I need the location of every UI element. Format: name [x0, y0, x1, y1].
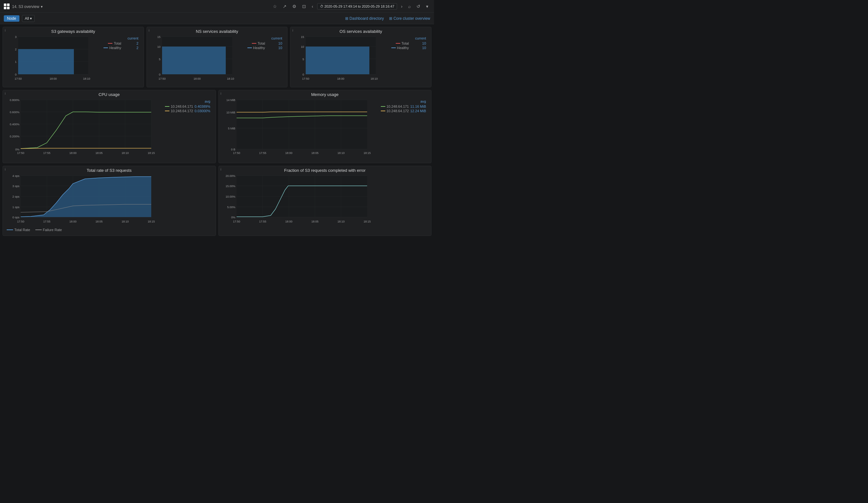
search-button[interactable]: ⌕ [406, 2, 413, 10]
panel-os-services: i OS services availability current Total… [290, 27, 432, 87]
svg-text:18:00: 18:00 [337, 77, 344, 80]
panel-memory-usage: i Memory usage avg 10.248.64.171 11.16 M… [218, 90, 432, 163]
share-button[interactable]: ↗ [281, 2, 289, 10]
healthy-line-icon [247, 48, 252, 48]
monitor-button[interactable]: ⊡ [300, 2, 308, 10]
svg-text:17:50: 17:50 [233, 151, 240, 154]
svg-text:5: 5 [302, 58, 304, 61]
s3-requests-title: Total rate of S3 requests [6, 168, 213, 173]
svg-text:1: 1 [15, 60, 17, 63]
svg-text:17:55: 17:55 [259, 151, 266, 154]
panel-info-icon: i [5, 167, 6, 171]
s3-gateways-legend: current Total 2 Healthy 2 [103, 36, 138, 50]
header-icons: ☆ ↗ ⚙ ⊡ ‹ ⏱ 2020-05-29 17:49:14 to 2020-… [271, 2, 430, 10]
panel-info-icon: i [5, 91, 6, 95]
svg-rect-31 [306, 47, 369, 74]
svg-text:17:50: 17:50 [17, 151, 24, 154]
svg-text:18:05: 18:05 [95, 220, 103, 223]
svg-text:17:50: 17:50 [233, 220, 240, 223]
row-availability: i S3 gateways availability current Total… [2, 27, 432, 87]
core-cluster-link[interactable]: ⊞ Core cluster overview [389, 16, 430, 21]
prev-button[interactable]: ‹ [310, 2, 315, 10]
ip1-line-icon [381, 106, 385, 107]
svg-text:18:15: 18:15 [363, 220, 371, 223]
s3-requests-chart: 4 ops 3 ops 2 ops 1 ops 0 ops 17:50 17:5… [6, 174, 162, 227]
svg-text:0: 0 [302, 73, 304, 76]
panel-ns-services: i NS services availability current Total… [146, 27, 288, 87]
total-line-icon [252, 43, 256, 44]
more-button[interactable]: ▾ [424, 2, 430, 10]
panel-s3-gateways: i S3 gateways availability current Total… [2, 27, 144, 87]
memory-usage-title: Memory usage [221, 92, 429, 97]
panel-info-icon: i [149, 28, 149, 32]
page-title: 14. S3 overview ▾ [12, 3, 43, 9]
svg-text:17:55: 17:55 [259, 220, 266, 223]
header: 14. S3 overview ▾ ☆ ↗ ⚙ ⊡ ‹ ⏱ 2020-05-29… [0, 0, 434, 13]
svg-text:18:00: 18:00 [285, 151, 292, 154]
svg-text:0.400%: 0.400% [10, 123, 19, 126]
title-dropdown[interactable]: ▾ [41, 4, 43, 9]
dashboard: i S3 gateways availability current Total… [0, 24, 434, 239]
svg-text:2: 2 [15, 48, 17, 51]
legend-total: Total 2 [103, 41, 138, 45]
svg-text:18:05: 18:05 [95, 151, 103, 154]
refresh-button[interactable]: ↺ [415, 2, 422, 10]
svg-text:18:15: 18:15 [363, 151, 371, 154]
svg-text:18:00: 18:00 [193, 77, 200, 80]
svg-text:3 ops: 3 ops [12, 184, 20, 188]
svg-text:18:00: 18:00 [70, 220, 77, 223]
legend-ip1: 10.248.64.171 11.16 MiB [381, 104, 426, 108]
svg-text:17:50: 17:50 [15, 77, 22, 80]
svg-text:18:00: 18:00 [50, 77, 57, 80]
s3-gateways-chart: 3 2 1 0 17:50 18:00 18:10 [6, 35, 98, 83]
svg-text:18:05: 18:05 [311, 220, 318, 223]
healthy-line-icon [391, 48, 396, 48]
failure-rate-legend: Failure Rate [35, 228, 62, 232]
svg-text:0 B: 0 B [231, 148, 235, 151]
ns-services-legend: current Total 10 Healthy 10 [247, 36, 282, 50]
svg-text:5: 5 [159, 58, 161, 61]
svg-text:15: 15 [301, 36, 304, 39]
panel-info-icon: i [221, 91, 221, 95]
settings-button[interactable]: ⚙ [290, 2, 298, 10]
svg-text:4 ops: 4 ops [12, 174, 20, 178]
row-s3: i Total rate of S3 requests [2, 166, 432, 236]
cpu-legend: avg 10.248.64.171 0.40389% 10.248.64.172… [165, 99, 210, 113]
svg-text:0%: 0% [231, 216, 235, 219]
svg-text:17:50: 17:50 [158, 77, 166, 80]
svg-text:17:55: 17:55 [43, 220, 51, 223]
s3-requests-legend-bottom: Total Rate Failure Rate [6, 227, 213, 232]
panel-s3-requests: i Total rate of S3 requests [2, 166, 216, 236]
cpu-usage-title: CPU usage [6, 92, 213, 97]
svg-text:0: 0 [159, 73, 161, 76]
panel-info-icon: i [5, 28, 6, 32]
svg-text:3: 3 [15, 36, 17, 39]
time-range-picker[interactable]: ⏱ 2020-05-29 17:49:14 to 2020-05-29 18:1… [317, 3, 397, 10]
svg-text:18:10: 18:10 [371, 77, 378, 80]
panel-s3-errors: i Fraction of S3 requests completed with… [218, 166, 432, 236]
svg-text:18:10: 18:10 [122, 220, 129, 223]
total-line-icon [396, 43, 400, 44]
svg-text:15: 15 [157, 36, 161, 39]
svg-text:10: 10 [301, 45, 304, 49]
dashboard-directory-link[interactable]: ⊞ Dashboard directory [345, 16, 384, 21]
star-button[interactable]: ☆ [271, 2, 279, 10]
legend-ip2: 10.248.64.172 0.03000% [165, 109, 210, 113]
svg-text:18:10: 18:10 [337, 151, 344, 154]
svg-rect-18 [162, 47, 226, 74]
svg-text:17:50: 17:50 [17, 220, 24, 223]
svg-text:10 MiB: 10 MiB [226, 111, 235, 114]
app-logo [4, 3, 10, 9]
svg-text:18:10: 18:10 [227, 77, 234, 80]
os-services-chart: 15 10 5 0 17:50 18:00 18:10 [293, 35, 385, 83]
svg-rect-61 [237, 100, 367, 149]
s3-errors-title: Fraction of S3 requests completed with e… [221, 168, 429, 173]
node-button[interactable]: Node [4, 15, 19, 22]
legend-total: Total 10 [247, 41, 282, 45]
toolbar: Node All ▾ ⊞ Dashboard directory ⊞ Core … [0, 13, 434, 24]
next-button[interactable]: › [399, 2, 404, 10]
svg-text:2 ops: 2 ops [12, 195, 20, 198]
s3-errors-chart: 20.00% 15.00% 10.00% 5.00% 0% 17:50 17:5… [221, 174, 377, 227]
filter-dropdown[interactable]: All ▾ [22, 15, 35, 22]
os-services-title: OS services availability [293, 29, 428, 34]
